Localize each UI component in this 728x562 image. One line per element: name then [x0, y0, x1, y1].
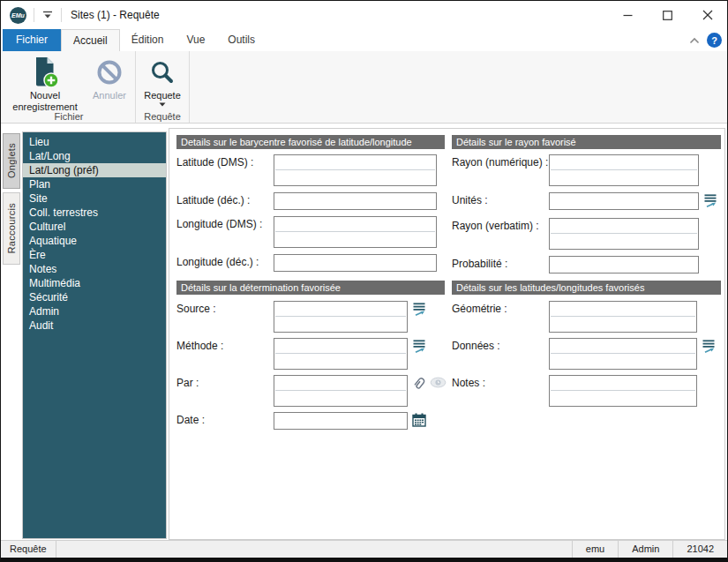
field-label: Longitude (déc.) : [176, 254, 274, 268]
quick-access-dropdown-icon[interactable] [41, 8, 54, 22]
close-button[interactable] [687, 1, 727, 29]
section-header: Détails sur la détermination favorisée [176, 281, 445, 295]
field-row-rayon-num-rique: Rayon (numérique) : [452, 154, 721, 186]
group-label-requete: Requête [136, 111, 189, 122]
field-label: Probabilité : [452, 256, 549, 270]
sidebar-item-coll-terrestres[interactable]: Coll. terrestres [23, 206, 166, 220]
field-label: Longitude (DMS) : [176, 216, 274, 230]
sidebar-item-lieu[interactable]: Lieu [23, 135, 166, 149]
sidebar-item-audit[interactable]: Audit [23, 318, 166, 333]
new-record-button[interactable]: Nouvel enregistrement [4, 56, 86, 113]
section-header: Détails sur les latitudes/longitudes fav… [452, 281, 721, 295]
ribbon-group-requete: Requete Requête [136, 51, 190, 123]
field-label: Par : [176, 375, 274, 389]
field-row-donn-es: Données : [452, 338, 721, 370]
view-history-icon [430, 376, 447, 392]
app-window: EMu Sites (1) - Requête Fichier Accueil … [0, 0, 728, 562]
sidebar-tab-raccourcis[interactable]: Raccourcis [3, 192, 20, 265]
field-label: Rayon (verbatim) : [452, 218, 549, 232]
form-panel: Details sur le barycentre favorisé de la… [169, 128, 725, 540]
field-input-probabilit[interactable] [549, 256, 699, 274]
lookup-list-icon[interactable] [412, 302, 426, 320]
titlebar-separator [34, 8, 34, 22]
field-row-unit-s: Unités : [452, 192, 721, 212]
tab-fichier[interactable]: Fichier [3, 29, 61, 51]
new-record-label: Nouvel enregistrement [4, 90, 86, 113]
tab-vue[interactable]: Vue [175, 29, 216, 51]
sidebar-item-multim-dia[interactable]: Multimédia [23, 276, 166, 290]
field-label: Rayon (numérique) : [452, 154, 549, 169]
tab-edition[interactable]: Édition [120, 29, 176, 51]
field-row-longitude-dms: Longitude (DMS) : [176, 216, 445, 248]
field-input-latitude-dms[interactable] [274, 154, 437, 186]
query-button[interactable]: Requete [138, 56, 187, 107]
section-determination: Détails sur la détermination favorisée S… [176, 281, 445, 436]
field-label: Latitude (DMS) : [176, 154, 274, 169]
field-input-unit-s[interactable] [549, 192, 699, 210]
field-input-m-thode[interactable] [274, 338, 408, 370]
cancel-label: Annuler [93, 90, 126, 101]
field-input-g-om-trie[interactable] [549, 301, 697, 333]
field-input-notes[interactable] [549, 375, 697, 407]
sidebar-tab-onglets[interactable]: Onglets [3, 133, 20, 189]
query-dropdown-icon[interactable] [159, 102, 166, 107]
attach-icon[interactable] [412, 376, 427, 395]
sidebar-item-site[interactable]: Site [23, 191, 166, 206]
tab-outils[interactable]: Outils [216, 29, 266, 51]
ribbon-tab-row: Fichier Accueil Édition Vue Outils [1, 29, 727, 51]
lookup-list-icon[interactable] [703, 193, 717, 212]
field-row-longitude-d-c: Longitude (déc.) : [176, 254, 445, 272]
field-input-par[interactable] [274, 375, 408, 407]
maximize-button[interactable] [648, 1, 687, 29]
field-row-latitude-dms: Latitude (DMS) : [176, 154, 445, 186]
ribbon: Nouvel enregistrement Annuler Fichier [1, 51, 727, 124]
sidebar-item-s-curit[interactable]: Sécurité [23, 290, 166, 304]
status-mode: Requête [1, 541, 56, 558]
minimize-button[interactable] [608, 1, 648, 29]
titlebar-separator [61, 8, 62, 22]
section-header: Details sur le barycentre favorisé de la… [176, 135, 445, 149]
field-row-date: Date : [176, 412, 445, 431]
cancel-icon [95, 56, 124, 88]
sidebar-item-plan[interactable]: Plan [23, 177, 166, 191]
status-service: emu [572, 541, 618, 558]
field-input-latitude-d-c[interactable] [274, 192, 437, 210]
field-input-rayon-verbatim[interactable] [549, 218, 699, 250]
field-label: Notes : [452, 375, 549, 389]
field-label: Géométrie : [452, 301, 549, 315]
search-icon [150, 56, 175, 88]
field-input-longitude-dms[interactable] [274, 216, 437, 248]
lookup-list-icon[interactable] [702, 339, 716, 357]
sidebar-item-lat-long[interactable]: Lat/Long [23, 149, 166, 163]
tab-accueil[interactable]: Accueil [61, 29, 120, 51]
sidebar-item-aquatique[interactable]: Aquatique [23, 234, 166, 248]
sidebar-tab-list: LieuLat/LongLat/Long (préf)PlanSiteColl.… [22, 131, 167, 539]
field-input-source[interactable] [274, 301, 408, 333]
field-row-source: Source : [176, 301, 445, 333]
section-latlong-favorises: Détails sur les latitudes/longitudes fav… [452, 281, 721, 412]
field-row-rayon-verbatim: Rayon (verbatim) : [452, 218, 721, 250]
sidebar-item-admin[interactable]: Admin [23, 304, 166, 318]
field-input-date[interactable] [274, 412, 408, 430]
field-label: Source : [176, 301, 274, 315]
sidebar-item-re[interactable]: Ère [23, 248, 166, 262]
field-input-donn-es[interactable] [549, 338, 697, 370]
status-user: Admin [618, 541, 672, 558]
app-logo-icon[interactable]: EMu [10, 7, 26, 24]
help-icon[interactable]: ? [707, 33, 722, 48]
field-input-longitude-d-c[interactable] [274, 254, 437, 272]
status-bar: Requête emu Admin 21042 [1, 540, 727, 558]
window-title: Sites (1) - Requête [71, 9, 160, 21]
sidebar-item-notes[interactable]: Notes [23, 262, 166, 276]
group-label-fichier: Fichier [3, 111, 135, 122]
calendar-icon[interactable] [412, 413, 426, 431]
section-barycentre: Details sur le barycentre favorisé de la… [176, 135, 445, 278]
field-row-probabilit: Probabilité : [452, 256, 721, 274]
field-input-rayon-num-rique[interactable] [549, 154, 699, 186]
sidebar-item-lat-long-pr-f[interactable]: Lat/Long (préf) [23, 163, 166, 177]
collapse-ribbon-icon[interactable] [689, 37, 700, 44]
field-row-notes: Notes : [452, 375, 721, 407]
lookup-list-icon[interactable] [412, 339, 426, 357]
sidebar-item-culturel[interactable]: Culturel [23, 220, 166, 234]
query-label: Requete [144, 90, 181, 101]
